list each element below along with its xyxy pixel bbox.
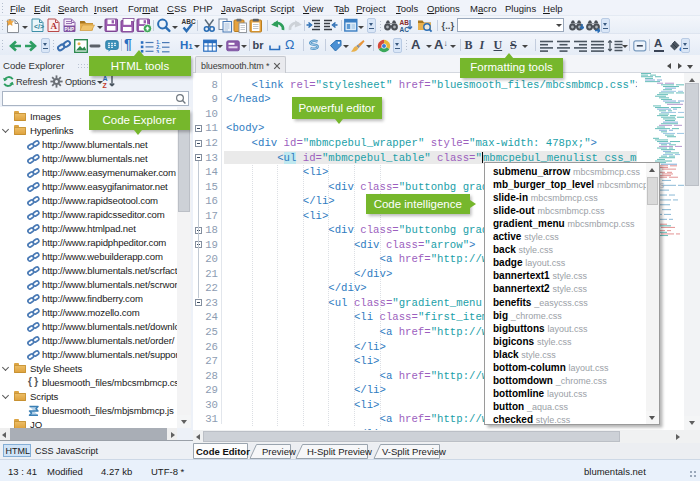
svg-text:</>: </> [34,23,44,30]
svg-text:{..}: {..} [441,20,454,31]
svg-text:Z: Z [103,82,108,89]
svg-text:ABC: ABC [181,18,195,25]
svg-text:3.: 3. [156,48,161,52]
svg-text:PHP: PHP [65,27,74,32]
svg-text:AB: AB [400,19,410,26]
svg-text:A: A [50,21,57,31]
